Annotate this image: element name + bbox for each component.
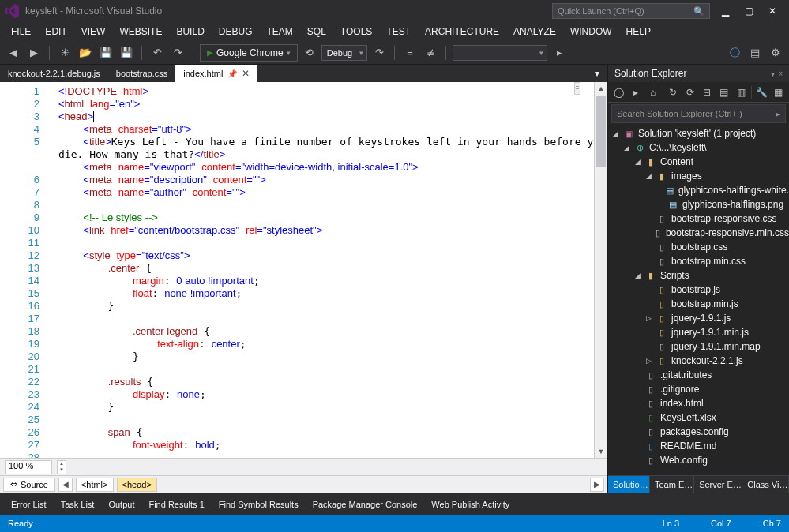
tree-file[interactable]: Web.config — [611, 453, 789, 467]
notifications-icon[interactable]: ▤ — [746, 44, 764, 62]
nav-back-icon[interactable]: ◀ — [5, 44, 22, 62]
tab-overflow-icon[interactable]: ▾ — [590, 65, 604, 82]
doc-tab[interactable]: knockout-2.2.1.debug.js — [0, 65, 108, 82]
undo-icon[interactable]: ↶ — [148, 44, 166, 62]
tree-file[interactable]: ▷knockout-2.2.1.js — [611, 354, 789, 368]
menu-help[interactable]: HELP — [620, 24, 657, 39]
menu-team[interactable]: TEAM — [260, 24, 299, 39]
tree-file[interactable]: README.md — [611, 439, 789, 453]
scroll-down-icon[interactable]: ▼ — [595, 445, 607, 458]
preview-icon[interactable]: 🔧 — [754, 84, 769, 100]
crumb-right-icon[interactable]: ▶ — [590, 478, 604, 492]
tree-file[interactable]: bootstrap-responsive.min.css — [611, 226, 789, 240]
output-tab-tasklist[interactable]: Task List — [54, 497, 101, 513]
scroll-thumb[interactable] — [596, 96, 606, 167]
config-select[interactable]: Debug — [321, 45, 367, 61]
menu-test[interactable]: TEST — [380, 24, 417, 39]
redo-icon[interactable]: ↷ — [169, 44, 186, 62]
crumb-left-icon[interactable]: ◀ — [58, 478, 73, 492]
tree-file[interactable]: packages.config — [611, 425, 789, 439]
home-icon[interactable]: ⌂ — [645, 84, 660, 100]
save-all-icon[interactable]: 💾 — [118, 44, 135, 62]
code-text-area[interactable]: <!DOCTYPE html> <html lang="en"> <head> … — [44, 82, 594, 458]
forward-icon[interactable]: ▸ — [629, 84, 644, 100]
find-select[interactable] — [453, 45, 547, 61]
zoom-level-input[interactable]: 100 % — [5, 460, 52, 474]
panel-tab-server[interactable]: Server E… — [694, 476, 742, 493]
tree-file[interactable]: bootstrap.min.js — [611, 297, 789, 311]
scroll-up-icon[interactable]: ▲ — [595, 82, 607, 95]
maximize-button[interactable]: ▢ — [737, 2, 761, 20]
new-project-icon[interactable]: ✳ — [56, 44, 73, 62]
code-editor[interactable]: 1234 56789 1011121314 1516171819 2021222… — [0, 82, 607, 458]
menu-website[interactable]: WEBSITE — [113, 24, 168, 39]
tree-file[interactable]: bootstrap.css — [611, 240, 789, 254]
tree-file[interactable]: bootstrap.min.css — [611, 254, 789, 268]
menu-build[interactable]: BUILD — [170, 24, 210, 39]
crumb-head[interactable]: <head> — [117, 478, 157, 492]
doc-tab[interactable]: bootstrap.css — [108, 65, 175, 82]
menu-tools[interactable]: TOOLS — [334, 24, 378, 39]
open-file-icon[interactable]: 📂 — [77, 44, 94, 62]
tree-folder-images[interactable]: ◢images — [611, 169, 789, 183]
panel-tab-solution[interactable]: Solutio… — [608, 476, 650, 493]
output-tab-webpublish[interactable]: Web Publish Activity — [425, 497, 516, 513]
show-all-icon[interactable]: ▤ — [717, 84, 732, 100]
comment-icon[interactable]: ≡ — [401, 44, 419, 62]
menu-analyze[interactable]: ANALYZE — [507, 24, 562, 39]
browser-link-icon[interactable]: ⟲ — [301, 44, 318, 62]
menu-edit[interactable]: EDIT — [39, 24, 73, 39]
tree-solution-node[interactable]: ◢Solution 'keysleft' (1 project) — [611, 126, 789, 140]
output-tab-findsym[interactable]: Find Symbol Results — [212, 497, 305, 513]
close-button[interactable]: ✕ — [761, 2, 784, 20]
vertical-scrollbar[interactable]: ▲ ▼ — [594, 82, 607, 458]
sync-icon[interactable]: ↻ — [666, 84, 681, 100]
extension-manager-icon[interactable]: ⚙ — [767, 44, 784, 62]
panel-tab-team[interactable]: Team E… — [650, 476, 694, 493]
output-tab-find1[interactable]: Find Results 1 — [142, 497, 210, 513]
output-tab-output[interactable]: Output — [102, 497, 141, 513]
menu-file[interactable]: FILE — [5, 24, 37, 39]
tree-folder-scripts[interactable]: ◢Scripts — [611, 268, 789, 283]
panel-tab-classview[interactable]: Class Vi… — [742, 476, 789, 493]
pin-icon[interactable]: 📌 — [227, 69, 237, 78]
tree-file[interactable]: KeysLeft.xlsx — [611, 410, 789, 425]
refresh-icon[interactable]: ⟳ — [682, 84, 697, 100]
split-handle-icon[interactable]: ≡ — [574, 82, 580, 95]
tree-file[interactable]: bootstrap-responsive.css — [611, 212, 789, 226]
tree-file[interactable]: glyphicons-halflings.png — [611, 197, 789, 212]
panel-dropdown-icon[interactable]: ▾ — [771, 69, 775, 78]
menu-debug[interactable]: DEBUG — [212, 24, 259, 39]
back-icon[interactable]: ◯ — [611, 84, 626, 100]
panel-close-icon[interactable]: × — [778, 69, 783, 78]
save-icon[interactable]: 💾 — [97, 44, 115, 62]
tree-file[interactable]: .gitattributes — [611, 368, 789, 382]
menu-window[interactable]: WINDOW — [564, 24, 618, 39]
solution-explorer-search[interactable]: Search Solution Explorer (Ctrl+;) ▸ — [611, 104, 786, 123]
tree-file[interactable]: glyphicons-halflings-white. — [611, 183, 789, 197]
quick-launch-input[interactable]: Quick Launch (Ctrl+Q) 🔍 — [552, 3, 710, 19]
tree-file[interactable]: index.html — [611, 396, 789, 410]
tree-file[interactable]: jquery-1.9.1.min.map — [611, 339, 789, 354]
minimize-button[interactable]: ▁ — [713, 2, 737, 20]
step-over-icon[interactable]: ↷ — [370, 44, 388, 62]
properties-icon[interactable]: ▥ — [734, 84, 749, 100]
menu-view[interactable]: VIEW — [75, 24, 112, 39]
menu-sql[interactable]: SQL — [301, 24, 333, 39]
tree-file[interactable]: .gitignore — [611, 382, 789, 396]
source-tab[interactable]: ⇔ Source — [3, 478, 55, 492]
doc-tab-active[interactable]: index.html 📌 ✕ — [175, 65, 257, 82]
output-tab-errorlist[interactable]: Error List — [5, 497, 53, 513]
tree-file[interactable]: ▷jquery-1.9.1.js — [611, 311, 789, 325]
find-go-icon[interactable]: ▸ — [550, 44, 568, 62]
tree-file[interactable]: jquery-1.9.1.min.js — [611, 325, 789, 339]
collapse-icon[interactable]: ⊟ — [700, 84, 715, 100]
properties2-icon[interactable]: ▦ — [771, 84, 786, 100]
zoom-spinner[interactable]: ▲▼ — [57, 460, 66, 474]
crumb-html[interactable]: <html> — [76, 478, 114, 492]
feedback-icon[interactable]: ⓘ — [726, 44, 743, 62]
start-debug-button[interactable]: ▶ Google Chrome ▾ — [200, 44, 298, 62]
menu-architecture[interactable]: ARCHITECTURE — [419, 24, 505, 39]
nav-forward-icon[interactable]: ▶ — [25, 44, 43, 62]
uncomment-icon[interactable]: ≢ — [422, 44, 439, 62]
